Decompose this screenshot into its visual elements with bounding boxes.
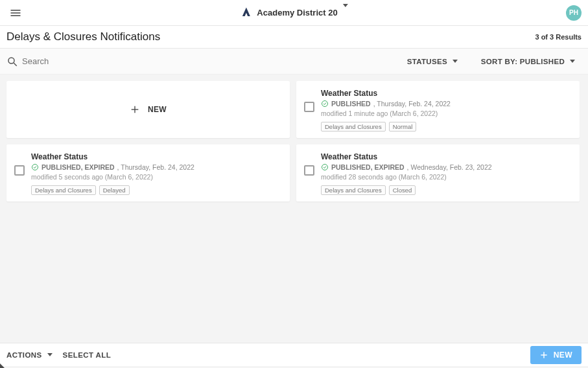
new-card-button[interactable]: NEW <box>6 81 290 138</box>
tag-category: Delays and Closures <box>31 185 96 195</box>
card-date: , Wednesday, Feb. 23, 2022 <box>407 163 492 171</box>
card-title: Weather Status <box>321 152 492 161</box>
org-switcher[interactable]: Academy District 20 <box>240 7 347 19</box>
content-grid: NEW Weather Status PUBLISHED , Thursday,… <box>0 75 588 208</box>
card-title: Weather Status <box>321 89 451 98</box>
chevron-down-icon <box>570 60 575 63</box>
search-input[interactable] <box>22 56 165 66</box>
card-checkbox[interactable] <box>304 165 314 176</box>
actions-dropdown[interactable]: ACTIONS <box>6 351 53 359</box>
resize-handle-icon <box>0 363 5 368</box>
card-date: , Thursday, Feb. 24, 2022 <box>373 100 451 108</box>
tag-status: Delayed <box>99 185 130 195</box>
actions-label: ACTIONS <box>6 351 42 359</box>
plus-icon <box>130 104 140 115</box>
title-bar: Delays & Closures Notifications 3 of 3 R… <box>0 26 588 49</box>
notification-card[interactable]: Weather Status PUBLISHED, EXPIRED , Wedn… <box>296 144 580 201</box>
select-all-label: SELECT ALL <box>63 351 112 359</box>
new-button-label: NEW <box>554 351 572 360</box>
svg-rect-1 <box>11 12 21 14</box>
tag-category: Delays and Closures <box>321 122 386 132</box>
card-checkbox[interactable] <box>14 165 25 176</box>
menu-icon[interactable] <box>6 4 25 22</box>
tag-category: Delays and Closures <box>321 185 386 195</box>
card-checkbox[interactable] <box>304 102 314 112</box>
svg-rect-0 <box>11 10 21 11</box>
published-check-icon <box>321 163 329 171</box>
new-button[interactable]: NEW <box>530 346 582 364</box>
notification-card[interactable]: Weather Status PUBLISHED, EXPIRED , Thur… <box>6 144 290 201</box>
card-title: Weather Status <box>31 152 194 161</box>
published-check-icon <box>321 100 329 108</box>
card-modified: modified 1 minute ago (March 6, 2022) <box>321 109 451 117</box>
results-count: 3 of 3 Results <box>535 33 582 41</box>
plus-icon <box>539 351 548 360</box>
page-title: Delays & Closures Notifications <box>6 30 160 43</box>
chevron-down-icon <box>453 60 458 63</box>
org-name: Academy District 20 <box>257 8 337 17</box>
chevron-down-icon <box>343 7 348 19</box>
card-date: , Thursday, Feb. 24, 2022 <box>117 163 194 171</box>
statuses-filter[interactable]: STATUSES <box>401 54 464 69</box>
published-check-icon <box>31 163 39 171</box>
new-card-label: NEW <box>148 105 167 114</box>
card-modified: modified 5 seconds ago (March 6, 2022) <box>31 173 194 181</box>
notification-card[interactable]: Weather Status PUBLISHED , Thursday, Feb… <box>296 81 580 138</box>
svg-point-8 <box>32 165 38 170</box>
sort-by-dropdown[interactable]: SORT BY: PUBLISHED <box>475 54 582 69</box>
svg-point-7 <box>322 101 328 107</box>
org-logo-icon <box>240 6 252 18</box>
statuses-label: STATUSES <box>407 58 447 65</box>
app-header: Academy District 20 PH <box>0 0 588 26</box>
card-status: PUBLISHED <box>331 100 371 108</box>
sort-label: SORT BY: PUBLISHED <box>481 58 565 65</box>
bottom-toolbar: ACTIONS SELECT ALL NEW <box>0 343 588 366</box>
select-all-button[interactable]: SELECT ALL <box>63 351 112 359</box>
card-modified: modified 28 seconds ago (March 6, 2022) <box>321 173 492 181</box>
svg-point-9 <box>322 165 328 170</box>
card-status: PUBLISHED, EXPIRED <box>41 163 115 171</box>
search-icon <box>6 56 18 67</box>
svg-point-3 <box>8 58 14 63</box>
avatar[interactable]: PH <box>566 5 582 21</box>
tag-status: Normal <box>389 122 417 132</box>
toolbar: STATUSES SORT BY: PUBLISHED <box>0 49 588 75</box>
chevron-down-icon <box>47 353 53 356</box>
tag-status: Closed <box>389 185 416 195</box>
svg-rect-2 <box>11 15 21 16</box>
svg-line-4 <box>14 63 17 66</box>
card-status: PUBLISHED, EXPIRED <box>331 163 405 171</box>
